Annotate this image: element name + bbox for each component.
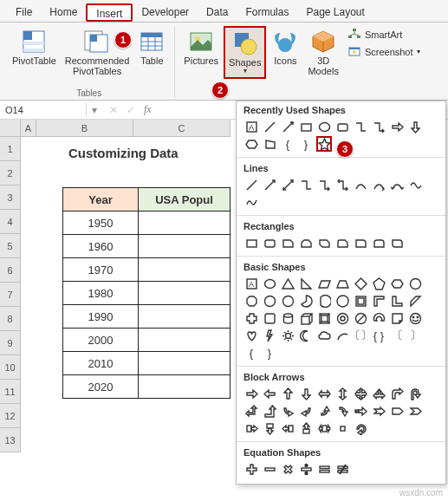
shape-arrow-circular[interactable] <box>353 420 368 436</box>
shape-arrow-chevron[interactable] <box>407 403 423 419</box>
shape-chord[interactable] <box>316 293 332 309</box>
row-header[interactable]: 6 <box>0 258 21 283</box>
shape-arrow-leftup[interactable] <box>243 403 259 419</box>
cell-pop[interactable] <box>138 375 230 399</box>
shape-curve-arrow[interactable] <box>371 177 386 192</box>
shape-folded-corner[interactable] <box>389 310 405 326</box>
shape-minus[interactable] <box>262 461 277 477</box>
shape-rectangle[interactable] <box>298 119 314 134</box>
shape-star-5[interactable] <box>316 136 332 152</box>
shape-rect-round2diag[interactable] <box>389 235 405 250</box>
shape-multiply[interactable] <box>280 461 295 477</box>
shape-triangle[interactable] <box>280 276 295 291</box>
shape-bevel[interactable] <box>316 310 332 326</box>
shape-rect-snip2same[interactable] <box>298 235 314 250</box>
cell-pop[interactable] <box>138 258 230 282</box>
shape-plus[interactable] <box>243 461 259 477</box>
screenshot-button[interactable]: Screenshot ▾ <box>344 43 424 61</box>
shape-divide[interactable] <box>298 461 314 477</box>
cell-year[interactable]: 1960 <box>63 235 139 258</box>
cell-year[interactable]: 2010 <box>63 352 139 375</box>
shape-rect[interactable] <box>243 235 259 250</box>
shape-oval[interactable] <box>262 276 277 291</box>
shape-textbox[interactable]: A <box>243 276 259 291</box>
row-header[interactable]: 10 <box>0 355 21 380</box>
row-header[interactable]: 12 <box>0 404 21 428</box>
shape-arrow-pentagon[interactable] <box>389 403 405 419</box>
row-header[interactable]: 7 <box>0 283 21 307</box>
shape-arrow-bent[interactable] <box>389 386 405 401</box>
shape-lightning[interactable] <box>262 328 277 343</box>
shape-arrow-curved-right[interactable] <box>280 403 295 419</box>
shape-curve-double[interactable] <box>389 177 405 192</box>
shape-smiley[interactable] <box>407 310 423 326</box>
shape-rect-rounded[interactable] <box>262 235 277 250</box>
icons-button[interactable]: Icons <box>268 26 302 68</box>
shape-no-symbol[interactable] <box>353 310 368 326</box>
col-header[interactable]: C <box>133 120 230 137</box>
shape-connector-elbow-arrow[interactable] <box>371 119 386 134</box>
shape-arrow-leftright[interactable] <box>316 386 332 401</box>
smartart-button[interactable]: SmartArt <box>344 26 424 43</box>
row-header[interactable]: 2 <box>0 161 21 185</box>
shape-freeform[interactable] <box>407 177 423 192</box>
shape-donut[interactable] <box>334 310 350 326</box>
shape-octagon[interactable] <box>243 293 259 309</box>
shape-arc[interactable] <box>334 328 350 343</box>
shape-arrow-notched[interactable] <box>371 403 386 419</box>
shape-not-equal[interactable] <box>334 461 350 477</box>
shape-pentagon[interactable] <box>371 276 386 291</box>
shape-l-shape[interactable] <box>389 293 405 309</box>
pictures-button[interactable]: Pictures <box>180 26 222 68</box>
shape-textbox[interactable]: A <box>243 119 259 134</box>
shape-arrow-down[interactable] <box>298 386 314 401</box>
col-header[interactable]: A <box>21 120 36 137</box>
row-header[interactable]: 11 <box>0 380 21 404</box>
shape-curve[interactable] <box>353 177 368 192</box>
shape-dodecagon[interactable] <box>280 293 295 309</box>
table-button[interactable]: Table <box>134 26 169 68</box>
shape-rect-snip1[interactable] <box>280 235 295 250</box>
shape-arrow-curved-left[interactable] <box>298 403 314 419</box>
cell-year[interactable]: 1980 <box>63 282 139 305</box>
shape-arrow-callout-left[interactable] <box>280 420 295 436</box>
shape-flowchart-manual[interactable] <box>262 136 277 152</box>
shape-right-triangle[interactable] <box>298 276 314 291</box>
header-year[interactable]: Year <box>63 188 139 211</box>
enter-icon[interactable]: ✓ <box>127 104 135 116</box>
shape-left-bracket[interactable]: 〔 <box>389 328 405 343</box>
shape-heart[interactable] <box>243 328 259 343</box>
col-header[interactable]: B <box>36 120 133 137</box>
shape-decagon[interactable] <box>262 293 277 309</box>
shape-cloud[interactable] <box>316 328 332 343</box>
shape-left-brace[interactable]: { <box>243 345 259 361</box>
cell-pop[interactable] <box>138 235 230 258</box>
row-header[interactable]: 1 <box>0 137 21 161</box>
shape-line-arrow[interactable] <box>262 177 277 192</box>
shape-arrow-uturn[interactable] <box>407 386 423 401</box>
row-header[interactable]: 9 <box>0 331 21 355</box>
shape-heptagon[interactable] <box>407 276 423 291</box>
shape-scribble[interactable] <box>243 194 259 210</box>
3dmodels-button[interactable]: 3D Models <box>304 26 341 78</box>
shape-arrow-striped[interactable] <box>353 403 368 419</box>
header-population[interactable]: USA Popul <box>138 188 230 211</box>
shape-arrow-callout-right[interactable] <box>243 420 259 436</box>
shape-rect-round2same[interactable] <box>371 235 386 250</box>
cell-year[interactable]: 2020 <box>63 375 139 399</box>
select-all-corner[interactable] <box>0 120 21 137</box>
shape-moon[interactable] <box>298 328 314 343</box>
tab-home[interactable]: Home <box>41 3 86 22</box>
cell-year[interactable]: 1950 <box>63 211 139 235</box>
name-box[interactable]: O14 <box>0 103 87 117</box>
shape-connector-elbow-double[interactable] <box>334 177 350 192</box>
tab-insert[interactable]: Insert <box>86 3 133 22</box>
shape-arrow-up[interactable] <box>280 386 295 401</box>
shape-arrow-callout-down[interactable] <box>262 420 277 436</box>
cancel-icon[interactable]: ✕ <box>109 104 118 116</box>
shape-can[interactable] <box>280 310 295 326</box>
shape-right-bracket[interactable]: 〕 <box>407 328 423 343</box>
pivottable-button[interactable]: PivotTable <box>9 26 60 68</box>
shape-rect-snipround[interactable] <box>334 235 350 250</box>
cell-pop[interactable] <box>138 211 230 235</box>
